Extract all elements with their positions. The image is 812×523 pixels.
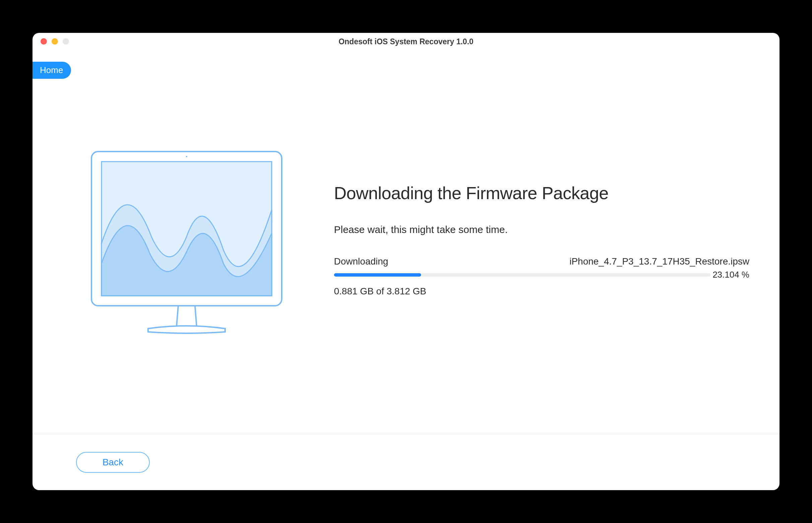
home-tab[interactable]: Home	[33, 62, 71, 79]
progress-bar: 23.104 %	[334, 270, 749, 280]
monitor-illustration	[76, 149, 297, 434]
maximize-icon[interactable]	[63, 38, 69, 44]
app-window: Ondesoft iOS System Recovery 1.0.0 Home	[33, 33, 779, 490]
progress-fill	[334, 273, 421, 276]
progress-track	[334, 273, 711, 276]
download-row: Downloading iPhone_4.7_P3_13.7_17H35_Res…	[334, 256, 749, 267]
minimize-icon[interactable]	[52, 38, 58, 44]
titlebar: Ondesoft iOS System Recovery 1.0.0	[33, 33, 779, 49]
progress-percent: 23.104 %	[713, 270, 749, 280]
main-content: Downloading the Firmware Package Please …	[33, 49, 779, 434]
back-button[interactable]: Back	[76, 452, 150, 473]
page-title: Downloading the Firmware Package	[334, 183, 749, 203]
download-size: 0.881 GB of 3.812 GB	[334, 286, 749, 297]
window-title: Ondesoft iOS System Recovery 1.0.0	[33, 33, 779, 50]
close-icon[interactable]	[40, 38, 47, 44]
footer: Back	[33, 434, 779, 490]
page-subtitle: Please wait, this might take some time.	[334, 224, 749, 235]
window-controls	[40, 38, 69, 44]
status-label: Downloading	[334, 256, 388, 267]
download-info: Downloading the Firmware Package Please …	[334, 149, 749, 434]
monitor-chart-icon	[90, 149, 284, 337]
download-filename: iPhone_4.7_P3_13.7_17H35_Restore.ipsw	[569, 256, 749, 267]
svg-point-2	[186, 156, 187, 157]
